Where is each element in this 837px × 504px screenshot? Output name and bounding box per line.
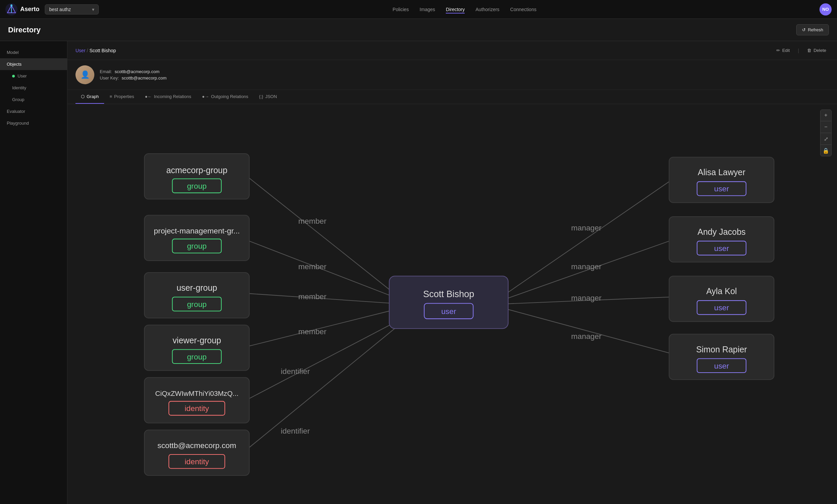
- node-ayla-kol[interactable]: Ayla Kol user: [669, 276, 774, 321]
- sidebar-item-user[interactable]: User: [0, 70, 67, 82]
- svg-text:user: user: [441, 307, 456, 316]
- zoom-lock-button[interactable]: 🔒: [820, 145, 831, 156]
- breadcrumb-link-user[interactable]: User: [75, 48, 86, 53]
- nav-authorizers[interactable]: Authorizers: [476, 5, 499, 14]
- edit-button[interactable]: ✏ Edit: [774, 47, 792, 54]
- svg-text:identifier: identifier: [281, 367, 310, 376]
- sidebar-label-user: User: [18, 73, 26, 78]
- svg-line-21: [501, 308, 669, 353]
- svg-text:Ayla Kol: Ayla Kol: [706, 286, 737, 296]
- actions: ✏ Edit | 🗑 Delete: [774, 47, 829, 54]
- nav-images[interactable]: Images: [420, 5, 435, 14]
- logo-icon: [5, 3, 18, 16]
- sidebar-item-group[interactable]: Group: [0, 94, 67, 105]
- user-avatar[interactable]: NO: [819, 3, 832, 16]
- tab-graph[interactable]: ⬡ Graph: [75, 90, 104, 104]
- main-panel: User / Scott Bishop ✏ Edit | 🗑 Delete: [67, 41, 837, 504]
- svg-point-1: [11, 4, 13, 6]
- sidebar-label-group: Group: [12, 97, 24, 102]
- tab-outgoing-relations[interactable]: ●→ Outgoing Relations: [196, 90, 253, 104]
- sidebar-item-identity[interactable]: Identity: [0, 82, 67, 94]
- key-field: User Key: scottb@acmecorp.com: [100, 75, 166, 80]
- email-value: scottb@acmecorp.com: [114, 69, 159, 74]
- svg-rect-39: [144, 378, 249, 423]
- svg-text:Alisa Lawyer: Alisa Lawyer: [698, 167, 745, 177]
- svg-text:group: group: [187, 241, 207, 250]
- sidebar-item-playground[interactable]: Playground: [0, 117, 67, 129]
- node-user-group[interactable]: user-group group: [144, 273, 249, 318]
- tab-properties[interactable]: ≡ Properties: [104, 90, 140, 104]
- svg-line-2: [249, 178, 403, 301]
- svg-text:group: group: [187, 300, 207, 309]
- page-title: Directory: [8, 25, 41, 34]
- svg-rect-47: [389, 276, 508, 328]
- svg-line-17: [501, 241, 669, 301]
- tabs: ⬡ Graph ≡ Properties ●← Incoming Relatio…: [67, 90, 837, 104]
- node-project-management-group[interactable]: project-management-gr... group: [144, 215, 249, 261]
- topnav: Aserto best authz ▾ Policies Images Dire…: [0, 0, 837, 19]
- nav-connections[interactable]: Connections: [510, 5, 536, 14]
- sidebar-item-evaluator[interactable]: Evaluator: [0, 105, 67, 117]
- svg-text:user: user: [714, 361, 729, 370]
- node-andy-jacobs[interactable]: Andy Jacobs user: [669, 217, 774, 262]
- svg-text:group: group: [187, 353, 207, 361]
- svg-line-15: [501, 182, 669, 297]
- sidebar-item-model[interactable]: Model: [0, 47, 67, 58]
- node-viewer-group[interactable]: viewer-group group: [144, 325, 249, 371]
- sidebar-item-objects[interactable]: Objects: [0, 58, 67, 70]
- refresh-button[interactable]: ↺ Refresh: [796, 24, 829, 35]
- node-scott-bishop[interactable]: Scott Bishop user: [389, 276, 508, 328]
- svg-text:member: member: [298, 217, 326, 226]
- svg-text:scottb@acmecorp.com: scottb@acmecorp.com: [157, 441, 236, 450]
- svg-text:manager: manager: [571, 293, 602, 302]
- svg-rect-23: [144, 154, 249, 199]
- svg-text:user: user: [714, 184, 729, 193]
- svg-text:Andy Jacobs: Andy Jacobs: [697, 227, 746, 236]
- svg-text:member: member: [298, 262, 326, 271]
- sidebar-label-playground: Playground: [7, 121, 29, 126]
- action-separator: |: [798, 48, 799, 53]
- tab-incoming-relations[interactable]: ●← Incoming Relations: [140, 90, 196, 104]
- svg-text:viewer-group: viewer-group: [173, 336, 221, 345]
- tab-json[interactable]: {;} JSON: [254, 90, 282, 104]
- svg-text:manager: manager: [571, 262, 602, 271]
- outgoing-icon: ●→: [202, 94, 209, 99]
- json-icon: {;}: [259, 94, 263, 99]
- sidebar-label-model: Model: [7, 50, 19, 55]
- tenant-selector[interactable]: best authz ▾: [45, 4, 99, 15]
- avatar: 👤: [75, 65, 94, 84]
- node-identity-2[interactable]: scottb@acmecorp.com identity: [144, 430, 249, 475]
- svg-text:identity: identity: [185, 457, 209, 466]
- zoom-separator-2: [820, 133, 831, 133]
- breadcrumb-current: Scott Bishop: [89, 48, 116, 53]
- breadcrumb-separator: /: [87, 48, 88, 53]
- page: Directory ↺ Refresh Model Objects User I…: [0, 19, 837, 504]
- delete-button[interactable]: 🗑 Delete: [804, 47, 829, 54]
- profile-info: Email: scottb@acmecorp.com User Key: sco…: [100, 69, 166, 80]
- svg-text:project-management-gr...: project-management-gr...: [154, 227, 240, 235]
- svg-text:Scott Bishop: Scott Bishop: [423, 289, 475, 299]
- node-simon-rapier[interactable]: Simon Rapier user: [669, 334, 774, 380]
- nav-directory[interactable]: Directory: [446, 5, 465, 14]
- zoom-fit-button[interactable]: ⤢: [820, 133, 831, 144]
- email-label: Email:: [100, 69, 112, 74]
- page-header: Directory ↺ Refresh: [0, 19, 837, 41]
- node-identity-1[interactable]: CiQxZWIwMThiYi03MzQ... identity: [144, 378, 249, 423]
- zoom-in-button[interactable]: +: [820, 110, 831, 121]
- svg-text:identifier: identifier: [281, 427, 310, 435]
- main-nav: Policies Images Directory Authorizers Co…: [115, 5, 814, 14]
- nav-policies[interactable]: Policies: [393, 5, 409, 14]
- svg-text:member: member: [298, 292, 326, 301]
- refresh-icon: ↺: [802, 27, 806, 32]
- node-acmecorp-group[interactable]: acmecorp-group group: [144, 154, 249, 199]
- key-label: User Key:: [100, 75, 119, 80]
- logo-area: Aserto: [5, 3, 39, 16]
- graph-svg: member member member member identifier i: [67, 104, 837, 504]
- trash-icon: 🗑: [807, 48, 812, 53]
- node-alisa-lawyer[interactable]: Alisa Lawyer user: [669, 157, 774, 202]
- key-value: scottb@acmecorp.com: [122, 75, 166, 80]
- zoom-separator-3: [820, 145, 831, 145]
- zoom-out-button[interactable]: −: [820, 122, 831, 132]
- incoming-icon: ●←: [145, 94, 152, 99]
- sidebar-label-identity: Identity: [12, 85, 26, 90]
